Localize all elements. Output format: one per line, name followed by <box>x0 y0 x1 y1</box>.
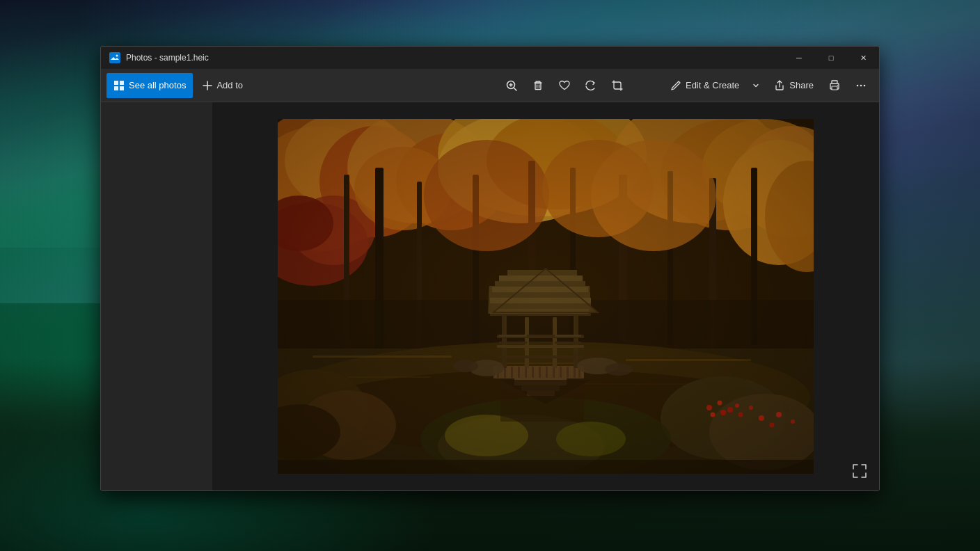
see-all-photos-label: See all photos <box>129 80 186 90</box>
edit-create-chevron-button[interactable] <box>746 73 766 98</box>
toolbar-center-icons <box>499 73 630 98</box>
minimize-button[interactable]: ─ <box>783 47 815 69</box>
svg-point-11 <box>857 84 859 86</box>
more-options-button[interactable] <box>848 73 874 98</box>
svg-rect-7 <box>535 83 541 89</box>
edit-create-button[interactable]: Edit & Create <box>663 73 746 98</box>
edit-create-group: Edit & Create <box>663 73 766 98</box>
add-to-button[interactable]: Add to <box>196 73 250 98</box>
fullscreen-icon <box>852 463 867 479</box>
svg-rect-2 <box>114 81 118 85</box>
crop-icon <box>611 79 624 92</box>
maximize-button[interactable]: □ <box>815 47 847 69</box>
add-to-label: Add to <box>216 80 243 90</box>
see-all-photos-button[interactable]: See all photos <box>106 73 193 98</box>
svg-point-10 <box>837 84 839 86</box>
fullscreen-button[interactable] <box>851 463 868 479</box>
svg-point-12 <box>860 84 862 86</box>
zoom-in-button[interactable] <box>499 73 524 98</box>
zoom-in-icon <box>505 79 518 92</box>
rotate-button[interactable] <box>578 73 603 98</box>
svg-rect-5 <box>120 86 124 90</box>
toolbar-right-group: Edit & Create Share <box>663 73 874 98</box>
title-bar: Photos - sample1.heic ─ □ ✕ <box>101 47 879 69</box>
add-icon <box>203 81 212 90</box>
edit-create-label: Edit & Create <box>686 80 739 90</box>
toolbar: See all photos Add to <box>101 69 879 102</box>
delete-button[interactable] <box>525 73 551 98</box>
photos-app-window: Photos - sample1.heic ─ □ ✕ See all phot… <box>100 46 880 491</box>
rotate-icon <box>585 79 597 92</box>
favorite-button[interactable] <box>552 73 577 98</box>
sidebar <box>101 102 212 490</box>
window-title: Photos - sample1.heic <box>126 53 209 63</box>
svg-point-1 <box>116 55 118 57</box>
heart-icon <box>558 79 571 92</box>
more-icon <box>855 79 867 92</box>
svg-point-13 <box>864 84 866 86</box>
print-button[interactable] <box>822 73 847 98</box>
photo-display-area <box>212 102 879 490</box>
print-icon <box>828 79 841 92</box>
chevron-down-icon <box>752 82 759 89</box>
photo-image <box>278 119 814 474</box>
svg-rect-125 <box>278 119 814 474</box>
share-label: Share <box>789 80 814 90</box>
edit-create-icon <box>670 80 681 91</box>
crop-button[interactable] <box>605 73 630 98</box>
svg-rect-9 <box>832 86 837 90</box>
title-controls: ─ □ ✕ <box>783 47 879 69</box>
close-button[interactable]: ✕ <box>847 47 879 69</box>
autumn-photo-svg <box>278 119 814 474</box>
svg-rect-4 <box>114 86 118 90</box>
photos-title-icon <box>109 52 120 63</box>
content-area <box>101 102 879 490</box>
delete-icon <box>532 79 544 92</box>
photos-grid-icon <box>113 80 125 91</box>
share-icon <box>774 80 785 91</box>
svg-rect-3 <box>120 81 124 85</box>
title-bar-left: Photos - sample1.heic <box>109 52 209 63</box>
svg-rect-0 <box>109 52 120 63</box>
share-button[interactable]: Share <box>767 73 821 98</box>
